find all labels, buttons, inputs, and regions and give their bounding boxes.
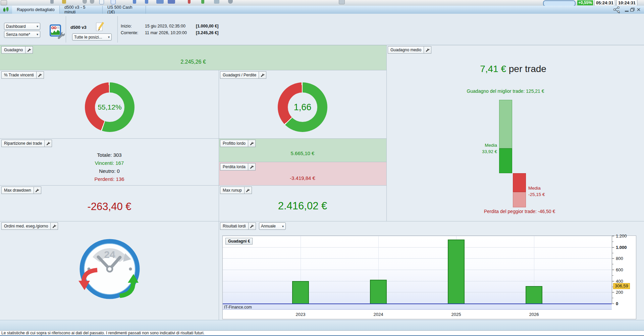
chevron-down-icon: ▾ — [282, 224, 284, 228]
toolbar-button-clipped[interactable] — [99, 0, 104, 4]
tab-d500-v3-5-minuti[interactable]: d500 v3 - 5 minuti — [60, 6, 103, 14]
toolbar-button-clipped[interactable] — [145, 0, 148, 4]
wrench-icon[interactable] — [244, 187, 252, 194]
chart-hgridline — [223, 281, 612, 281]
wrench-icon[interactable] — [259, 72, 266, 78]
chart-zero-band: IT-Finance.com — [223, 304, 612, 310]
worst-trade-label: Perdita del peggior trade: -46,50 € — [400, 209, 639, 214]
trades-losing-row: Perdenti: 136 — [0, 175, 219, 183]
divider — [386, 45, 387, 221]
wrench-icon[interactable] — [248, 223, 256, 229]
wrench-icon[interactable] — [50, 223, 58, 229]
max-drawdown-value: -263,40 € — [0, 201, 219, 213]
toolbar-button-clipped[interactable] — [83, 0, 87, 4]
panel-guadagno: 2.245,26 € — [0, 45, 386, 70]
toolbar-button-clipped[interactable] — [111, 0, 116, 4]
toolbar-button-clipped[interactable] — [62, 0, 66, 4]
wrench-icon[interactable] — [34, 187, 41, 194]
dashboard-settings-icon[interactable] — [49, 24, 65, 41]
divider — [0, 45, 644, 45]
toolbar-button-clipped[interactable] — [1, 0, 7, 5]
toolbar-button-clipped[interactable] — [339, 0, 345, 4]
series-legend-button[interactable]: Guadagni € — [225, 238, 253, 245]
toolbar-button-clipped[interactable] — [228, 0, 233, 4]
avg-loss-bar-below-mean — [513, 192, 526, 207]
positions-select[interactable]: Tutte le posizi...▾ — [72, 33, 112, 41]
chart-hgridline — [223, 236, 612, 236]
wrench-icon[interactable] — [424, 47, 431, 53]
chart-bar — [292, 281, 309, 304]
minimize-icon[interactable] — [624, 6, 629, 13]
x-axis-label: 2023 — [287, 312, 314, 317]
edit-pencil-icon[interactable] — [96, 21, 105, 33]
divider — [0, 138, 386, 139]
share-icon[interactable] — [613, 6, 621, 13]
period-select[interactable]: Annuale▾ — [259, 222, 286, 230]
chart-bar — [370, 280, 387, 304]
toolbar-button-clipped[interactable] — [214, 0, 219, 4]
panel-label-max-drawdown[interactable]: Max drawdown — [1, 187, 41, 194]
start-row: Inizio:15 giu 2023, 02:35:00[1.000,00 €] — [121, 24, 218, 28]
report-tab-bar: Rapporto dettagliato d500 v3 - 5 minuti … — [0, 6, 644, 14]
panel-label-guadagno[interactable]: Guadagno — [1, 46, 33, 54]
wrench-icon[interactable] — [248, 163, 255, 170]
toolbar-button-clipped[interactable] — [133, 0, 136, 4]
toolbar-button-clipped[interactable] — [50, 0, 54, 4]
chart-hgridline — [223, 258, 612, 259]
toolbar-button-clipped[interactable] — [201, 0, 204, 4]
panel-label-max-runup[interactable]: Max runup — [220, 187, 252, 194]
panel-label-guadagno-medio[interactable]: Guadagno medio — [388, 46, 431, 54]
win-rate-donut: 55,12% — [85, 82, 135, 132]
panel-ordini-giorno: 24 0,86 — [0, 221, 219, 320]
avg-gain-bar-below-mean — [499, 148, 512, 173]
system-name: d500 v3 — [70, 25, 87, 30]
y-axis-minor-tick — [612, 298, 613, 298]
y-axis-tick — [612, 304, 614, 304]
toolbar-button-clipped[interactable] — [188, 0, 191, 4]
wrench-icon[interactable] — [25, 47, 33, 53]
panel-label-guadagni-perdite[interactable]: Guadagni / Perdite — [220, 71, 266, 79]
tab-rapporto-dettagliato[interactable]: Rapporto dettagliato — [12, 6, 60, 14]
panel-label-ordini-giorno[interactable]: Ordini med. eseg./giorno — [1, 222, 58, 230]
chevron-down-icon: ▾ — [37, 24, 38, 28]
x-axis-label: 2024 — [365, 312, 392, 317]
panel-label-trade-vincenti[interactable]: % Trade vincenti — [1, 71, 44, 79]
toolbar-button-clipped[interactable] — [156, 0, 164, 4]
panel-label-ripartizione[interactable]: Ripartizione dei trade — [1, 140, 52, 147]
total-gain-value: 2.245,26 € — [0, 59, 386, 65]
daily-orders-clock-icon: 24 — [78, 237, 142, 302]
chart-y-axis: 02004006008001.0001.200306,59 — [612, 236, 636, 319]
y-axis-tick — [612, 270, 614, 270]
y-axis-label: 1.000 — [616, 245, 627, 250]
best-trade-label: Guadagno del miglior trade: 125,21 € — [386, 88, 625, 94]
x-axis-label: 2025 — [443, 312, 470, 317]
wrench-icon[interactable] — [44, 140, 52, 147]
chevron-down-icon: ▾ — [108, 35, 110, 39]
start-label: Inizio: — [121, 24, 145, 28]
avg-gain-media-label: Media 33,92 € — [464, 142, 497, 155]
session-clock: 05:24:31 — [594, 0, 615, 5]
chevron-down-icon: ▾ — [37, 32, 38, 36]
chart-watermark: IT-Finance.com — [224, 305, 252, 310]
wrench-icon[interactable] — [248, 140, 255, 147]
panel-label-perdita-lorda[interactable]: Perdita lorda — [220, 163, 256, 171]
panel-label-risultati-lordi[interactable]: Risultati lordi — [220, 222, 256, 230]
close-icon[interactable]: ✕ — [636, 6, 642, 13]
toolbar-button-clipped[interactable] — [90, 0, 94, 4]
y-axis-label: 600 — [616, 267, 623, 272]
toolbar-button-clipped[interactable] — [168, 0, 175, 4]
bottom-band — [0, 320, 644, 330]
current-label: Corrente: — [121, 30, 145, 35]
view-select[interactable]: Dashboard▾ — [4, 23, 40, 30]
wrench-icon[interactable] — [36, 72, 44, 78]
panel-label-profitto-lordo[interactable]: Profitto lordo — [220, 140, 256, 147]
avg-gain-bar-above-mean — [499, 100, 512, 148]
tab-us-500-cash[interactable]: US 500 Cash (1€) — [103, 6, 146, 14]
y-axis-minor-tick — [612, 253, 613, 253]
y-axis-label: 200 — [616, 290, 623, 295]
report-header: Dashboard▾ Senza nome*▾ d500 v3 — [0, 14, 644, 45]
trades-total-row: Totale: 303 — [0, 151, 219, 159]
layout-select[interactable]: Senza nome*▾ — [4, 31, 40, 38]
restore-icon[interactable] — [630, 6, 635, 13]
max-runup-value: 2.416,02 € — [219, 200, 386, 212]
